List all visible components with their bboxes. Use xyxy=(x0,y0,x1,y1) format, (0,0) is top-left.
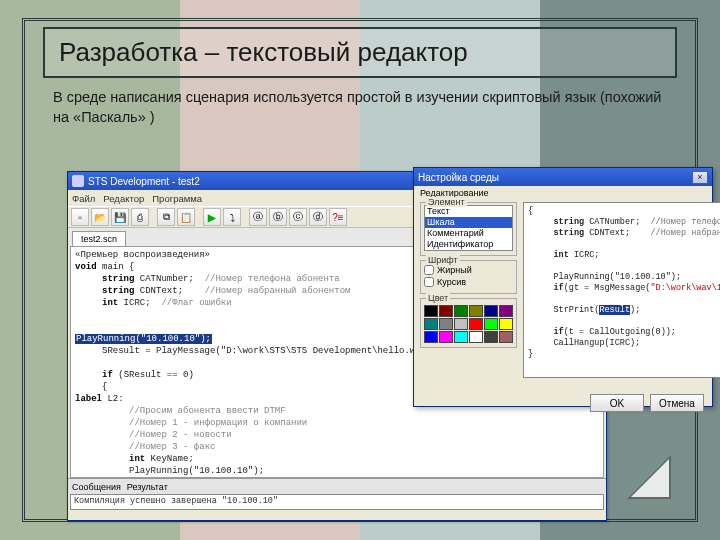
status-tab-messages[interactable]: Сообщения xyxy=(72,482,121,492)
color-swatch[interactable] xyxy=(454,318,468,330)
app-icon xyxy=(72,175,84,187)
italic-checkbox[interactable]: Курсив xyxy=(424,277,513,287)
color-label: Цвет xyxy=(426,293,450,303)
color-swatch[interactable] xyxy=(439,331,453,343)
color-swatch[interactable] xyxy=(499,305,513,317)
copy-icon[interactable]: ⧉ xyxy=(157,208,175,226)
elements-listbox[interactable]: ТекстШкалаКомментарийИдентификатор xyxy=(424,205,513,251)
saveall-icon[interactable]: ⎙ xyxy=(131,208,149,226)
color-swatch[interactable] xyxy=(499,318,513,330)
step-icon[interactable]: ⤵ xyxy=(223,208,241,226)
color-swatch[interactable] xyxy=(484,305,498,317)
color-swatch[interactable] xyxy=(424,331,438,343)
color-swatch[interactable] xyxy=(454,331,468,343)
dialog-close-button[interactable]: × xyxy=(692,171,708,184)
status-tabstrip: Сообщения Результат xyxy=(68,478,606,494)
open-icon[interactable]: 📂 xyxy=(91,208,109,226)
color-swatch[interactable] xyxy=(439,305,453,317)
preview-pane: { string CATNumber; //Номер телефона str… xyxy=(523,202,720,378)
color-swatch[interactable] xyxy=(424,318,438,330)
color-group: Цвет xyxy=(420,298,517,348)
paste-icon[interactable]: 📋 xyxy=(177,208,195,226)
color-swatch[interactable] xyxy=(439,318,453,330)
slide-title: Разработка – текстовый редактор xyxy=(59,37,661,68)
run-icon[interactable]: ▶ xyxy=(203,208,221,226)
color-swatch[interactable] xyxy=(469,305,483,317)
save-icon[interactable]: 💾 xyxy=(111,208,129,226)
menu-file[interactable]: Файл xyxy=(72,193,95,204)
tab-file[interactable]: test2.scn xyxy=(72,231,126,246)
tool-a3-icon[interactable]: ⓒ xyxy=(289,208,307,226)
bold-checkbox[interactable]: Жирный xyxy=(424,265,513,275)
new-icon[interactable]: ▫ xyxy=(71,208,89,226)
status-tab-result[interactable]: Результат xyxy=(127,482,168,492)
title-box: Разработка – текстовый редактор xyxy=(43,27,677,78)
elements-group: Элемент ТекстШкалаКомментарийИдентификат… xyxy=(420,202,517,256)
color-swatch[interactable] xyxy=(454,305,468,317)
ide-window-title: STS Development - test2 xyxy=(88,176,200,187)
color-palette[interactable] xyxy=(424,305,513,343)
font-label: Шрифт xyxy=(426,255,460,265)
tool-a4-icon[interactable]: ⓓ xyxy=(309,208,327,226)
tool-a1-icon[interactable]: ⓐ xyxy=(249,208,267,226)
ok-button[interactable]: OK xyxy=(590,394,644,412)
color-swatch[interactable] xyxy=(469,331,483,343)
color-swatch[interactable] xyxy=(484,318,498,330)
slide-subtitle: В среде написания сценария используется … xyxy=(53,88,667,127)
font-group: Шрифт Жирный Курсив xyxy=(420,260,517,294)
color-swatch[interactable] xyxy=(484,331,498,343)
settings-dialog: Настройка среды × Редактирование Элемент… xyxy=(413,167,713,407)
menu-program[interactable]: Программа xyxy=(152,193,202,204)
output-pane: Компиляция успешно завершена "10.100.10" xyxy=(70,494,604,510)
color-swatch[interactable] xyxy=(469,318,483,330)
dialog-title: Настройка среды xyxy=(418,172,499,183)
tool-a2-icon[interactable]: ⓑ xyxy=(269,208,287,226)
page-curl-icon xyxy=(627,455,671,499)
cancel-button[interactable]: Отмена xyxy=(650,394,704,412)
dialog-titlebar: Настройка среды × xyxy=(414,168,712,186)
menu-edit[interactable]: Редактор xyxy=(103,193,144,204)
help-icon[interactable]: ?≡ xyxy=(329,208,347,226)
color-swatch[interactable] xyxy=(499,331,513,343)
elements-label: Элемент xyxy=(426,197,467,207)
color-swatch[interactable] xyxy=(424,305,438,317)
slide-frame: Разработка – текстовый редактор В среде … xyxy=(22,18,698,522)
